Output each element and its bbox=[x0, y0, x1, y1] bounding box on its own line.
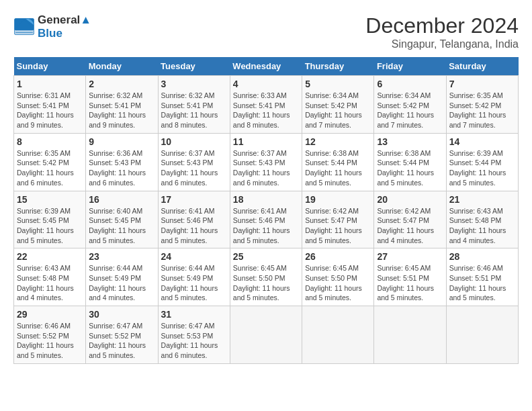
page-header: General▲ Blue December 2024 Singapur, Te… bbox=[13, 13, 519, 50]
day-number: 10 bbox=[161, 136, 227, 147]
calendar-cell: 1Sunrise: 6:31 AMSunset: 5:41 PMDaylight… bbox=[14, 76, 86, 134]
calendar-cell: 25Sunrise: 6:45 AMSunset: 5:50 PMDayligh… bbox=[230, 248, 302, 306]
calendar-week-4: 22Sunrise: 6:43 AMSunset: 5:48 PMDayligh… bbox=[14, 248, 519, 306]
calendar-cell bbox=[446, 306, 518, 364]
day-number: 11 bbox=[233, 136, 299, 147]
day-number: 31 bbox=[161, 309, 227, 320]
day-info: Sunrise: 6:34 AMSunset: 5:42 PMDaylight:… bbox=[305, 91, 371, 130]
day-number: 25 bbox=[233, 251, 299, 262]
day-info: Sunrise: 6:39 AMSunset: 5:45 PMDaylight:… bbox=[17, 206, 83, 246]
day-number: 19 bbox=[305, 194, 371, 205]
day-number: 14 bbox=[449, 136, 515, 147]
day-number: 1 bbox=[17, 79, 83, 89]
day-info: Sunrise: 6:47 AMSunset: 5:53 PMDaylight:… bbox=[161, 321, 227, 361]
logo-icon bbox=[13, 17, 35, 36]
day-info: Sunrise: 6:46 AMSunset: 5:52 PMDaylight:… bbox=[17, 321, 83, 361]
weekday-header-saturday: Saturday bbox=[446, 57, 518, 76]
weekday-header-friday: Friday bbox=[374, 57, 446, 76]
day-number: 17 bbox=[161, 194, 227, 205]
calendar-cell bbox=[374, 306, 446, 364]
calendar-cell bbox=[302, 306, 374, 364]
calendar-cell: 9Sunrise: 6:36 AMSunset: 5:43 PMDaylight… bbox=[86, 133, 158, 191]
calendar-cell: 19Sunrise: 6:42 AMSunset: 5:47 PMDayligh… bbox=[302, 191, 374, 248]
calendar-cell: 26Sunrise: 6:45 AMSunset: 5:50 PMDayligh… bbox=[302, 248, 374, 306]
day-number: 15 bbox=[17, 194, 83, 205]
calendar-week-5: 29Sunrise: 6:46 AMSunset: 5:52 PMDayligh… bbox=[14, 306, 519, 364]
day-number: 7 bbox=[449, 79, 515, 89]
weekday-header-tuesday: Tuesday bbox=[158, 57, 230, 76]
day-number: 8 bbox=[17, 136, 83, 147]
calendar-cell: 3Sunrise: 6:32 AMSunset: 5:41 PMDaylight… bbox=[158, 76, 230, 134]
day-info: Sunrise: 6:35 AMSunset: 5:42 PMDaylight:… bbox=[449, 91, 515, 130]
day-info: Sunrise: 6:39 AMSunset: 5:44 PMDaylight:… bbox=[449, 148, 515, 188]
day-info: Sunrise: 6:33 AMSunset: 5:41 PMDaylight:… bbox=[233, 91, 299, 130]
calendar-cell: 15Sunrise: 6:39 AMSunset: 5:45 PMDayligh… bbox=[14, 191, 86, 248]
calendar-cell: 13Sunrise: 6:38 AMSunset: 5:44 PMDayligh… bbox=[374, 133, 446, 191]
calendar-week-2: 8Sunrise: 6:35 AMSunset: 5:42 PMDaylight… bbox=[14, 133, 519, 191]
weekday-header-sunday: Sunday bbox=[14, 57, 86, 76]
weekday-header-monday: Monday bbox=[86, 57, 158, 76]
calendar-cell: 12Sunrise: 6:38 AMSunset: 5:44 PMDayligh… bbox=[302, 133, 374, 191]
calendar-cell: 29Sunrise: 6:46 AMSunset: 5:52 PMDayligh… bbox=[14, 306, 86, 364]
day-number: 5 bbox=[305, 79, 371, 89]
weekday-header-thursday: Thursday bbox=[302, 57, 374, 76]
calendar-cell: 2Sunrise: 6:32 AMSunset: 5:41 PMDaylight… bbox=[86, 76, 158, 134]
weekday-header-wednesday: Wednesday bbox=[230, 57, 302, 76]
day-number: 4 bbox=[233, 79, 299, 89]
calendar-cell: 30Sunrise: 6:47 AMSunset: 5:52 PMDayligh… bbox=[86, 306, 158, 364]
day-info: Sunrise: 6:45 AMSunset: 5:50 PMDaylight:… bbox=[305, 263, 371, 303]
day-info: Sunrise: 6:35 AMSunset: 5:42 PMDaylight:… bbox=[17, 148, 83, 188]
calendar-cell: 16Sunrise: 6:40 AMSunset: 5:45 PMDayligh… bbox=[86, 191, 158, 248]
day-info: Sunrise: 6:41 AMSunset: 5:46 PMDaylight:… bbox=[161, 206, 227, 246]
day-info: Sunrise: 6:38 AMSunset: 5:44 PMDaylight:… bbox=[305, 148, 371, 188]
day-info: Sunrise: 6:43 AMSunset: 5:48 PMDaylight:… bbox=[17, 263, 83, 303]
day-number: 16 bbox=[89, 194, 154, 205]
logo-text: General▲ Blue bbox=[38, 13, 91, 40]
day-info: Sunrise: 6:40 AMSunset: 5:45 PMDaylight:… bbox=[89, 206, 154, 246]
calendar-table: SundayMondayTuesdayWednesdayThursdayFrid… bbox=[13, 57, 519, 364]
month-title: December 2024 bbox=[365, 13, 519, 38]
day-info: Sunrise: 6:32 AMSunset: 5:41 PMDaylight:… bbox=[161, 91, 227, 130]
day-number: 22 bbox=[17, 251, 83, 262]
day-number: 29 bbox=[17, 309, 83, 320]
calendar-cell: 31Sunrise: 6:47 AMSunset: 5:53 PMDayligh… bbox=[158, 306, 230, 364]
day-info: Sunrise: 6:43 AMSunset: 5:48 PMDaylight:… bbox=[449, 206, 515, 246]
calendar-week-3: 15Sunrise: 6:39 AMSunset: 5:45 PMDayligh… bbox=[14, 191, 519, 248]
day-number: 28 bbox=[449, 251, 515, 262]
calendar-cell: 21Sunrise: 6:43 AMSunset: 5:48 PMDayligh… bbox=[446, 191, 518, 248]
day-number: 6 bbox=[377, 79, 443, 89]
logo: General▲ Blue bbox=[13, 13, 91, 40]
calendar-cell: 4Sunrise: 6:33 AMSunset: 5:41 PMDaylight… bbox=[230, 76, 302, 134]
day-info: Sunrise: 6:37 AMSunset: 5:43 PMDaylight:… bbox=[161, 148, 227, 188]
calendar-cell: 24Sunrise: 6:44 AMSunset: 5:49 PMDayligh… bbox=[158, 248, 230, 306]
calendar-cell: 11Sunrise: 6:37 AMSunset: 5:43 PMDayligh… bbox=[230, 133, 302, 191]
title-block: December 2024 Singapur, Telangana, India bbox=[365, 13, 519, 50]
day-number: 30 bbox=[89, 309, 154, 320]
calendar-cell: 28Sunrise: 6:46 AMSunset: 5:51 PMDayligh… bbox=[446, 248, 518, 306]
day-info: Sunrise: 6:45 AMSunset: 5:51 PMDaylight:… bbox=[377, 263, 443, 303]
day-number: 12 bbox=[305, 136, 371, 147]
day-number: 18 bbox=[233, 194, 299, 205]
day-info: Sunrise: 6:36 AMSunset: 5:43 PMDaylight:… bbox=[89, 148, 154, 188]
day-number: 3 bbox=[161, 79, 227, 89]
calendar-cell: 5Sunrise: 6:34 AMSunset: 5:42 PMDaylight… bbox=[302, 76, 374, 134]
day-info: Sunrise: 6:31 AMSunset: 5:41 PMDaylight:… bbox=[17, 91, 83, 130]
day-number: 26 bbox=[305, 251, 371, 262]
calendar-cell: 27Sunrise: 6:45 AMSunset: 5:51 PMDayligh… bbox=[374, 248, 446, 306]
day-number: 13 bbox=[377, 136, 443, 147]
day-number: 2 bbox=[89, 79, 154, 89]
calendar-cell: 14Sunrise: 6:39 AMSunset: 5:44 PMDayligh… bbox=[446, 133, 518, 191]
calendar-cell: 22Sunrise: 6:43 AMSunset: 5:48 PMDayligh… bbox=[14, 248, 86, 306]
calendar-cell: 7Sunrise: 6:35 AMSunset: 5:42 PMDaylight… bbox=[446, 76, 518, 134]
day-info: Sunrise: 6:38 AMSunset: 5:44 PMDaylight:… bbox=[377, 148, 443, 188]
day-number: 21 bbox=[449, 194, 515, 205]
location-title: Singapur, Telangana, India bbox=[365, 38, 519, 50]
day-info: Sunrise: 6:32 AMSunset: 5:41 PMDaylight:… bbox=[89, 91, 154, 130]
day-info: Sunrise: 6:34 AMSunset: 5:42 PMDaylight:… bbox=[377, 91, 443, 130]
calendar-cell: 8Sunrise: 6:35 AMSunset: 5:42 PMDaylight… bbox=[14, 133, 86, 191]
calendar-cell: 6Sunrise: 6:34 AMSunset: 5:42 PMDaylight… bbox=[374, 76, 446, 134]
day-number: 23 bbox=[89, 251, 154, 262]
day-info: Sunrise: 6:42 AMSunset: 5:47 PMDaylight:… bbox=[377, 206, 443, 246]
calendar-cell: 17Sunrise: 6:41 AMSunset: 5:46 PMDayligh… bbox=[158, 191, 230, 248]
calendar-week-1: 1Sunrise: 6:31 AMSunset: 5:41 PMDaylight… bbox=[14, 76, 519, 134]
